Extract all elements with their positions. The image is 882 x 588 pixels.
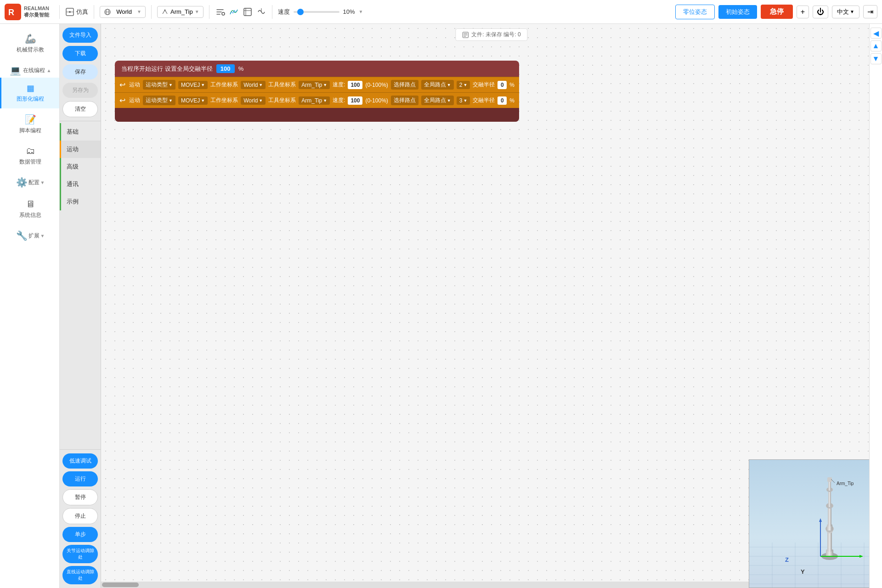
step-button[interactable]: 单步 [62, 527, 98, 542]
coord-label-2: 工作坐标系 [210, 96, 238, 104]
motion-type-arrow-1: ▼ [169, 83, 173, 87]
sidebar-item-config[interactable]: ⚙️ 配置 ▼ [0, 171, 59, 193]
left-panel: 文件导入 下载 保存 另存为 清空 基础 运动 高级 通讯 示例 低速调试 运行… [60, 24, 101, 588]
tool-dropdown-1[interactable]: Arm_Tip ▼ [299, 81, 330, 89]
init-pose-button[interactable]: 初始姿态 [718, 5, 757, 19]
import-button[interactable]: 文件导入 [62, 28, 98, 43]
sidebar-item-sys-info[interactable]: 🖥 系统信息 [0, 193, 59, 225]
online-program-chevron: ▲ [47, 68, 51, 73]
waypoint-type-dropdown-1[interactable]: 全局路点 ▼ [421, 80, 454, 90]
download-button[interactable]: 下载 [62, 46, 98, 61]
category-example[interactable]: 示例 [60, 193, 101, 210]
sidebar-item-robot-teach[interactable]: 🦾 机械臂示教 [0, 28, 59, 59]
motion-block-2: ↩ 运动 运动类型 ▼ MOVEJ ▼ 工作坐标系 World ▼ [115, 92, 519, 108]
svg-rect-18 [749, 460, 882, 588]
tool-dropdown-2[interactable]: Arm_Tip ▼ [299, 96, 330, 105]
lang-label: 中文 [837, 8, 849, 16]
logout-button[interactable]: ⇥ [863, 5, 877, 18]
speed-range-2: (0-100%) [365, 97, 388, 104]
lang-button[interactable]: 中文 ▼ [832, 6, 859, 18]
blend-value-1: 0 [498, 81, 507, 89]
motion-type-dropdown-2[interactable]: 运动类型 ▼ [143, 96, 175, 105]
select-waypoint-btn-2[interactable]: 选择路点 [391, 96, 418, 105]
arc-icon-2: ↩ [119, 96, 125, 105]
sidebar-item-extend[interactable]: 🔧 扩展 ▼ [0, 225, 59, 247]
separator-2 [94, 5, 94, 19]
category-advanced[interactable]: 高级 [60, 158, 101, 175]
tool-arrow-1: ▼ [323, 83, 327, 87]
category-comms[interactable]: 通讯 [60, 175, 101, 193]
mode-icon-3[interactable] [243, 7, 253, 17]
zoom-up-button[interactable]: ▲ [871, 40, 882, 51]
simulate-label: 仿真 [76, 8, 88, 16]
zero-pose-button[interactable]: 零位姿态 [675, 5, 715, 19]
program-start-block: 当程序开始运行 设置全局交融半径 % [115, 61, 519, 77]
motion-type-dropdown-1[interactable]: 运动类型 ▼ [143, 80, 175, 90]
movej-value-1: MOVEJ [181, 82, 200, 88]
coord-dropdown-1[interactable]: World ▼ [241, 81, 266, 89]
config-chevron: ▼ [40, 180, 45, 185]
tool-label-2: 工具坐标系 [268, 96, 296, 104]
speed-slider[interactable] [294, 11, 339, 13]
lang-arrow: ▼ [850, 9, 854, 14]
arm-tip-dropdown[interactable]: Arm_Tip ▼ [157, 6, 204, 18]
sidebar-label-graphic-program: 图形化编程 [17, 95, 44, 103]
tool-value-1: Arm_Tip [301, 82, 322, 88]
waypoint-num-1: 2 [459, 82, 463, 88]
waypoint-num-dropdown-1[interactable]: 2 ▼ [457, 81, 470, 89]
select-waypoint-btn-1[interactable]: 选择路点 [391, 80, 418, 90]
mode-icon-1[interactable] [215, 7, 225, 17]
joint-motion-button[interactable]: 关节运动调隙处 [62, 545, 98, 563]
stop-button[interactable]: 停止 [62, 508, 98, 524]
speed-control: 速度 10% ▼ [278, 8, 363, 16]
coord-world-dropdown[interactable]: World ▼ [100, 6, 146, 18]
mode-icon-2[interactable] [229, 7, 239, 17]
coord-world-arrow: ▼ [137, 9, 141, 14]
logo: R REALMAN 睿尔曼智能 [5, 4, 49, 20]
sidebar-item-online-program[interactable]: 💻 在线编程 ▲ [0, 59, 59, 78]
tool-label-1: 工具坐标系 [268, 81, 296, 89]
h-scroll-thumb[interactable] [102, 582, 139, 587]
file-icon [462, 32, 469, 38]
separator-4 [209, 5, 209, 19]
category-basic[interactable]: 基础 [60, 123, 101, 141]
low-speed-debug-button[interactable]: 低速调试 [62, 453, 98, 469]
zoom-in-button[interactable]: ◀ [871, 28, 882, 39]
bottom-action-buttons: 低速调试 运行 暂停 停止 单步 关节运动调隙处 直线运动调隙处 [60, 449, 101, 588]
speed-range-1: (0-100%) [365, 82, 388, 88]
robot-arm-svg: Arm_Tip Z Y [749, 460, 882, 588]
zoom-down-button[interactable]: ▼ [871, 53, 882, 64]
speed-value: 10% [343, 8, 355, 15]
arc-icon-1: ↩ [119, 80, 125, 89]
coord-dropdown-2[interactable]: World ▼ [241, 96, 266, 105]
sidebar-item-script[interactable]: 📝 脚本编程 [0, 108, 59, 140]
mode-icon-4[interactable] [256, 7, 266, 17]
save-button[interactable]: 保存 [62, 64, 98, 79]
movej-dropdown-1[interactable]: MOVEJ ▼ [178, 81, 208, 89]
movej-arrow-1: ▼ [201, 83, 205, 87]
plus-button[interactable]: + [797, 6, 809, 18]
pause-button[interactable]: 暂停 [62, 489, 98, 505]
waypoint-num-arrow-1: ▼ [463, 83, 467, 87]
movej-dropdown-2[interactable]: MOVEJ ▼ [178, 96, 208, 105]
tool-arrow-2: ▼ [323, 98, 327, 103]
speed-value-2: 100 [348, 96, 362, 105]
waypoint-type-arrow-2: ▼ [447, 98, 451, 103]
estop-button[interactable]: 急停 [761, 5, 793, 19]
waypoint-type-dropdown-2[interactable]: 全局路点 ▼ [421, 96, 454, 105]
run-button[interactable]: 运行 [62, 471, 98, 486]
simulate-icon [65, 7, 74, 17]
clear-button[interactable]: 清空 [62, 101, 98, 117]
movej-value-2: MOVEJ [181, 97, 200, 104]
extend-icon: 🔧 [16, 230, 28, 241]
power-button[interactable]: ⏻ [813, 6, 828, 18]
3d-viewport: ✕ [749, 459, 882, 588]
right-controls: ◀ ▲ ▼ [869, 24, 882, 588]
linear-motion-button[interactable]: 直线运动调隙处 [62, 566, 98, 584]
category-motion[interactable]: 运动 [60, 141, 101, 158]
sidebar-item-data-manage[interactable]: 🗂 数据管理 [0, 140, 59, 171]
sidebar-item-graphic-program[interactable]: ▦ 图形化编程 [0, 78, 59, 108]
script-icon: 📝 [25, 114, 36, 125]
global-blend-input[interactable] [216, 64, 235, 73]
waypoint-num-dropdown-2[interactable]: 3 ▼ [457, 96, 470, 105]
